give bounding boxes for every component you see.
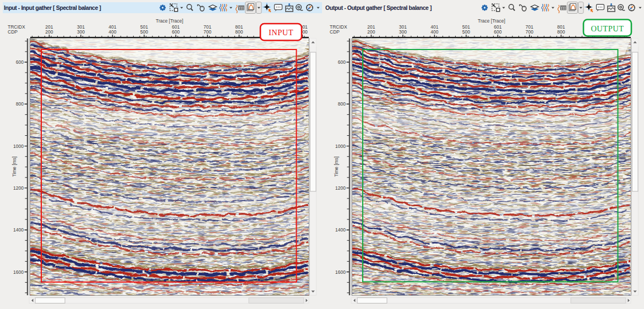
svg-text:600: 600	[172, 29, 179, 35]
svg-text:600: 600	[494, 29, 501, 35]
svg-text:1400: 1400	[335, 227, 346, 233]
svg-text:800: 800	[338, 101, 346, 107]
svg-text:Trace [Trace]: Trace [Trace]	[478, 18, 505, 24]
svg-text:600: 600	[16, 59, 24, 65]
svg-text:500: 500	[140, 29, 148, 35]
svg-text:600: 600	[338, 59, 346, 65]
svg-text:1200: 1200	[335, 185, 346, 191]
svg-text:Input - Input gather [ Spectra: Input - Input gather [ Spectral balance …	[4, 4, 101, 11]
svg-text:400: 400	[108, 29, 116, 35]
svg-text:Trace [Trace]: Trace [Trace]	[156, 18, 183, 24]
svg-text:400: 400	[430, 29, 438, 35]
svg-text:700: 700	[204, 29, 211, 35]
svg-text:800: 800	[235, 29, 243, 35]
svg-text:300: 300	[77, 29, 85, 35]
svg-text:1600: 1600	[335, 269, 346, 275]
svg-text:200: 200	[367, 29, 375, 35]
svg-text:700: 700	[526, 29, 533, 35]
svg-text:Time [ms]: Time [ms]	[334, 157, 339, 177]
svg-text:1000: 1000	[335, 144, 346, 149]
svg-text:300: 300	[399, 29, 407, 35]
svg-text:200: 200	[45, 29, 53, 35]
svg-text:INPUT: INPUT	[269, 28, 293, 37]
svg-text:800: 800	[557, 29, 565, 35]
svg-text:1200: 1200	[13, 185, 24, 191]
svg-text:OUTPUT: OUTPUT	[591, 24, 624, 33]
svg-text:500: 500	[462, 29, 470, 35]
svg-text:Output - Output gather [ Spect: Output - Output gather [ Spectral balanc…	[325, 4, 432, 11]
svg-text:1000: 1000	[13, 144, 24, 149]
svg-text:CDP: CDP	[8, 29, 18, 35]
svg-text:1400: 1400	[13, 227, 24, 233]
svg-text:Time [ms]: Time [ms]	[12, 157, 17, 177]
svg-text:1600: 1600	[13, 269, 24, 275]
svg-text:800: 800	[16, 101, 24, 107]
svg-text:CDP: CDP	[330, 29, 340, 35]
